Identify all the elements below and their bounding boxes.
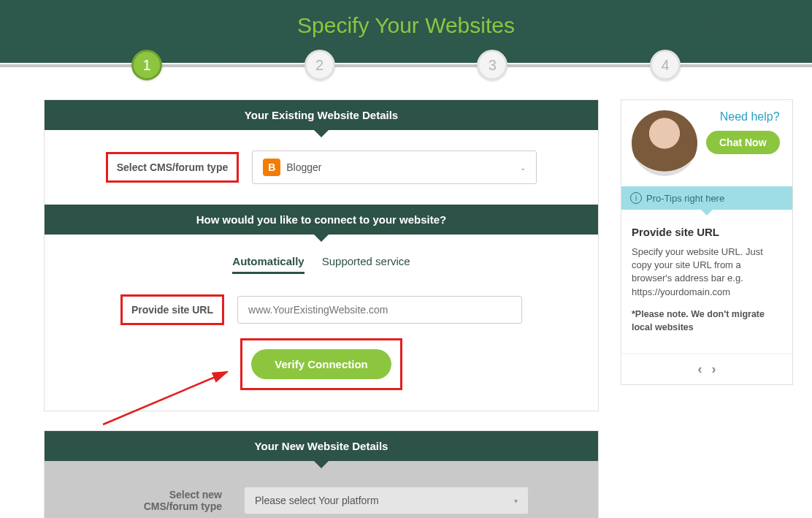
cms-type-select[interactable]: B Blogger ⌄ bbox=[252, 151, 537, 184]
chat-now-button[interactable]: Chat Now bbox=[706, 131, 780, 154]
new-website-panel: Your New Website Details Select new CMS/… bbox=[44, 430, 599, 518]
tab-automatically[interactable]: Automatically bbox=[232, 255, 304, 274]
info-icon: i bbox=[630, 192, 642, 204]
tips-nav: ‹ › bbox=[621, 354, 792, 384]
page-title: Specify Your Websites bbox=[0, 0, 812, 38]
tips-body: Provide site URL Specify your website UR… bbox=[621, 210, 792, 354]
existing-panel-header: Your Existing Website Details bbox=[45, 100, 598, 130]
step-line bbox=[0, 64, 812, 67]
cms-type-label: Select CMS/forum type bbox=[106, 152, 239, 183]
tip-note: *Please note. We don't migrate local web… bbox=[632, 309, 765, 333]
need-help-label: Need help? bbox=[720, 110, 780, 123]
chevron-down-icon: ⌄ bbox=[520, 164, 526, 172]
blogger-icon: B bbox=[263, 159, 280, 176]
site-url-input[interactable] bbox=[237, 296, 522, 324]
next-tip-button[interactable]: › bbox=[712, 362, 716, 376]
new-cms-placeholder: Please select Your platform bbox=[255, 495, 379, 506]
connect-header: How would you like to connect to your we… bbox=[45, 205, 598, 235]
new-panel-header: Your New Website Details bbox=[45, 431, 598, 461]
new-cms-label: Select new CMS/forum type bbox=[114, 481, 231, 518]
verify-highlight: Verify Connection bbox=[240, 338, 402, 390]
svg-line-0 bbox=[103, 372, 227, 424]
tab-supported-service[interactable]: Supported service bbox=[322, 255, 410, 274]
support-avatar bbox=[632, 110, 697, 176]
chevron-down-icon: ▾ bbox=[514, 497, 518, 505]
annotation-arrow bbox=[96, 351, 242, 439]
tip-title: Provide site URL bbox=[632, 226, 782, 238]
tip-text: Specify your website URL. Just copy your… bbox=[632, 245, 782, 299]
connect-tabs: Automatically Supported service bbox=[74, 255, 569, 274]
help-card: Need help? Chat Now i Pro-Tips right her… bbox=[621, 99, 793, 385]
step-3[interactable]: 3 bbox=[477, 50, 508, 80]
new-cms-select[interactable]: Please select Your platform ▾ bbox=[244, 487, 529, 514]
existing-website-panel: Your Existing Website Details Select CMS… bbox=[44, 99, 599, 411]
step-2[interactable]: 2 bbox=[304, 50, 335, 80]
verify-connection-button[interactable]: Verify Connection bbox=[251, 349, 391, 379]
step-4[interactable]: 4 bbox=[650, 50, 681, 80]
hero-banner: Specify Your Websites 1 2 3 4 bbox=[0, 0, 812, 63]
cms-selected-value: Blogger bbox=[286, 161, 321, 173]
pro-tips-bar: i Pro-Tips right here bbox=[621, 186, 792, 210]
step-1[interactable]: 1 bbox=[131, 50, 162, 80]
prev-tip-button[interactable]: ‹ bbox=[697, 362, 702, 376]
pro-tips-label: Pro-Tips right here bbox=[646, 193, 724, 204]
site-url-label: Provide site URL bbox=[120, 294, 224, 325]
